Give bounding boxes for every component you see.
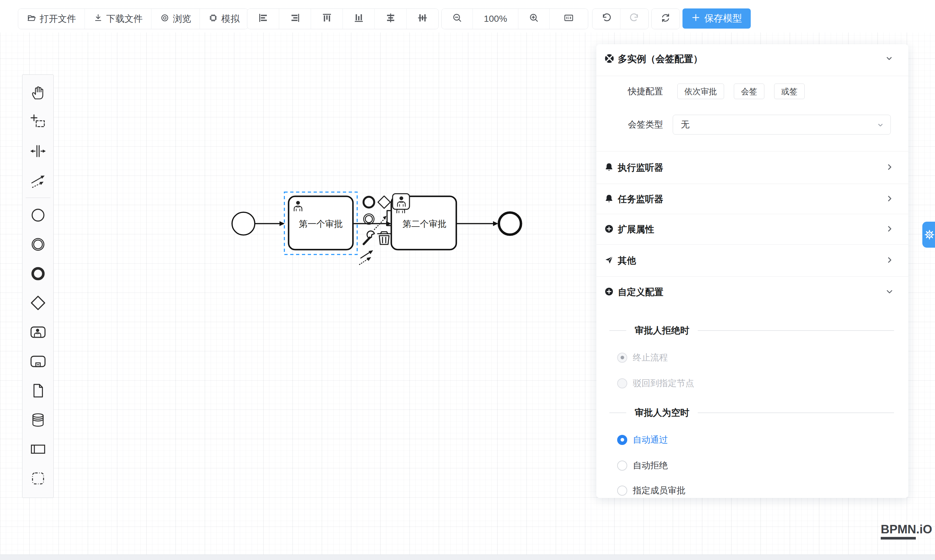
align-top-icon <box>322 13 332 25</box>
chevron-right-icon <box>885 194 894 205</box>
radio-icon <box>617 486 627 495</box>
radio-icon <box>617 378 627 388</box>
create-data-store[interactable] <box>23 405 53 435</box>
chevron-right-icon <box>885 255 894 266</box>
append-gateway-icon[interactable] <box>378 196 390 208</box>
append-end-event-icon[interactable] <box>364 197 374 208</box>
history-button-group <box>592 8 649 29</box>
align-bottom-icon <box>354 13 364 25</box>
end-event[interactable] <box>499 212 521 235</box>
radio-assign-member[interactable]: 指定成员审批 <box>617 485 686 496</box>
section-execution-listener[interactable]: 执行监听器 <box>597 151 908 184</box>
zoom-level-button[interactable]: 100% <box>473 9 518 29</box>
create-participant[interactable] <box>23 435 53 464</box>
connect-preview-arrow <box>374 216 386 229</box>
open-file-button[interactable]: 打开文件 <box>18 9 85 29</box>
quick-option-orsign[interactable]: 或签 <box>774 83 805 99</box>
align-center-horizontal-button[interactable] <box>375 9 407 29</box>
chip-icon <box>208 13 218 25</box>
align-center-horizontal-icon <box>386 13 396 25</box>
zoom-reset-icon <box>563 12 574 26</box>
hand-tool[interactable] <box>23 78 53 107</box>
align-center-vertical-button[interactable] <box>407 9 438 29</box>
align-right-button[interactable] <box>279 9 311 29</box>
radio-terminate-process[interactable]: 终止流程 <box>617 352 668 363</box>
chevron-right-icon <box>885 163 894 173</box>
align-bottom-button[interactable] <box>343 9 375 29</box>
refresh-icon <box>660 13 671 25</box>
download-file-button[interactable]: 下载文件 <box>85 9 151 29</box>
section-extended-properties[interactable]: 扩展属性 <box>597 214 908 245</box>
append-intermediate-event-icon[interactable] <box>364 214 374 224</box>
quick-config-label: 快捷配置 <box>597 86 663 97</box>
quick-option-sequential[interactable]: 依次审批 <box>677 83 724 99</box>
radio-auto-pass[interactable]: 自动通过 <box>617 434 668 446</box>
refresh-button[interactable] <box>652 9 680 29</box>
task-first-approval[interactable]: 第一个审批 <box>289 196 353 249</box>
connect-tool-icon[interactable] <box>360 250 373 265</box>
align-right-icon <box>290 13 300 25</box>
lasso-tool[interactable] <box>23 107 53 137</box>
chevron-down-icon <box>885 287 894 297</box>
space-tool[interactable] <box>23 137 53 166</box>
simulate-button[interactable]: 模拟 <box>200 9 248 29</box>
palette-separator <box>26 198 51 198</box>
zoom-out-button[interactable] <box>442 9 473 29</box>
zoom-in-button[interactable] <box>518 9 549 29</box>
zoom-out-icon <box>452 13 463 25</box>
global-connect-tool[interactable] <box>23 166 53 195</box>
trash-icon[interactable] <box>378 232 391 245</box>
create-end-event[interactable] <box>23 259 53 288</box>
radio-return-to-node[interactable]: 驳回到指定节点 <box>617 377 694 389</box>
radio-auto-reject[interactable]: 自动拒绝 <box>617 460 668 471</box>
create-user-task[interactable] <box>23 317 53 347</box>
redo-button[interactable] <box>620 9 648 29</box>
wrench-icon[interactable] <box>364 231 374 244</box>
align-top-button[interactable] <box>311 9 343 29</box>
plus-circle-icon <box>604 224 614 235</box>
open-file-label: 打开文件 <box>40 13 76 25</box>
radio-label: 自动通过 <box>633 434 668 446</box>
create-start-event[interactable] <box>23 200 53 230</box>
section-label: 其他 <box>618 254 636 267</box>
zoom-button-group: 100% <box>441 8 588 29</box>
multi-instance-header[interactable]: 多实例（会签配置） <box>597 50 908 68</box>
palette <box>22 74 54 498</box>
sequence-flow-1[interactable] <box>255 222 285 226</box>
create-intermediate-event[interactable] <box>23 230 53 259</box>
chevron-down-icon <box>884 54 894 65</box>
create-group[interactable] <box>23 464 53 493</box>
section-other[interactable]: 其他 <box>597 245 908 277</box>
create-call-activity[interactable] <box>23 347 53 376</box>
undo-button[interactable] <box>592 9 620 29</box>
start-event[interactable] <box>232 212 255 235</box>
create-gateway[interactable] <box>23 288 53 317</box>
append-user-task-icon[interactable] <box>392 194 409 209</box>
preview-button[interactable]: 浏览 <box>151 9 200 29</box>
zoom-reset-button[interactable] <box>549 9 588 29</box>
logo-underline <box>881 537 916 540</box>
radio-label: 指定成员审批 <box>633 485 686 496</box>
section-task-listener[interactable]: 任务监听器 <box>597 184 908 214</box>
create-data-object[interactable] <box>23 376 53 405</box>
divider <box>597 76 908 76</box>
radio-label: 驳回到指定节点 <box>633 377 694 389</box>
save-model-button[interactable]: 保存模型 <box>683 8 751 29</box>
radio-icon <box>617 435 627 445</box>
download-file-label: 下载文件 <box>106 13 143 25</box>
select-value: 无 <box>681 118 690 130</box>
align-left-button[interactable] <box>247 9 279 29</box>
countersign-type-select[interactable]: 无 <box>673 115 891 135</box>
countersign-type-row: 会签类型 无 <box>597 114 908 135</box>
gear-icon <box>924 229 935 240</box>
toolbar: 打开文件 下载文件 浏览 <box>0 0 935 32</box>
multi-instance-icon <box>604 53 615 65</box>
bottom-strip <box>0 554 935 560</box>
settings-tab[interactable] <box>922 222 935 248</box>
task-label: 第一个审批 <box>299 219 343 229</box>
sequence-flow-3[interactable] <box>456 222 498 226</box>
bpmn-io-logo[interactable]: BPMN.iO <box>881 523 932 540</box>
empty-group-header: 审批人为空时 <box>609 406 894 419</box>
section-custom-config[interactable]: 自定义配置 <box>597 276 908 308</box>
quick-option-countersign[interactable]: 会签 <box>734 83 764 99</box>
